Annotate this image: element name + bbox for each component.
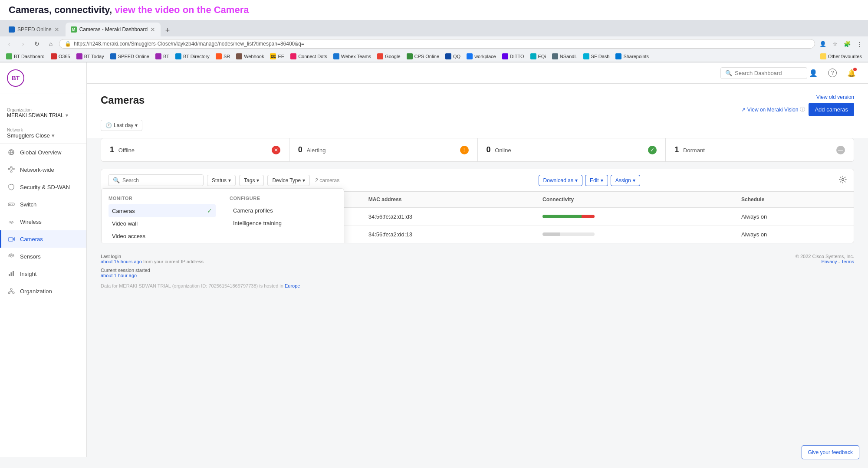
- bookmark-speed[interactable]: SPEED Online: [108, 52, 152, 60]
- status-card-alerting[interactable]: 0 Alerting !: [289, 138, 478, 161]
- last-login-time[interactable]: about 15 hours ago: [101, 259, 142, 264]
- view-old-version-link[interactable]: View old version: [816, 94, 854, 100]
- sidebar-item-switch[interactable]: Switch: [0, 196, 86, 213]
- tab-close-speed[interactable]: ✕: [54, 26, 59, 33]
- table-search-input[interactable]: [122, 177, 199, 183]
- bookmark-other-favourites[interactable]: Other favourites: [818, 52, 865, 60]
- bookmark-eqi[interactable]: EQi: [528, 52, 549, 60]
- sidebar-item-wireless[interactable]: Wireless: [0, 213, 86, 230]
- bookmark-ee[interactable]: EE EE: [267, 52, 287, 60]
- banner-text-1: Cameras, connectivity,: [9, 4, 115, 15]
- last-login-suffix: from your current IP address: [143, 259, 204, 264]
- menu-item-cameras[interactable]: Cameras ✓: [108, 204, 216, 217]
- header-search-input[interactable]: [735, 70, 800, 76]
- footer-main: Last login about 15 hours ago from your …: [101, 254, 854, 278]
- header-schedule[interactable]: Schedule: [734, 192, 854, 208]
- time-filter-button[interactable]: 🕐 Last day ▾: [101, 120, 142, 131]
- bookmark-o365[interactable]: O365: [48, 52, 73, 60]
- sidebar-item-sensors[interactable]: Sensors: [0, 248, 86, 265]
- header-search-box[interactable]: 🔍: [720, 67, 807, 79]
- menu-item-camera-profiles[interactable]: Camera profiles: [230, 204, 337, 217]
- bookmark-sharepoints[interactable]: Sharepoints: [613, 52, 651, 60]
- menu-item-video-access[interactable]: Video access: [108, 230, 216, 242]
- give-feedback-button[interactable]: Give your feedback: [802, 445, 859, 457]
- settings-icon-button[interactable]: [839, 176, 847, 185]
- bookmark-bt-today[interactable]: BT Today: [74, 52, 107, 60]
- bookmark-bt[interactable]: BT: [153, 52, 172, 60]
- filter-tags-button[interactable]: Tags ▾: [239, 175, 264, 186]
- filter-status-button[interactable]: Status ▾: [207, 175, 236, 186]
- nav-forward-button[interactable]: ›: [17, 38, 29, 49]
- nav-refresh-button[interactable]: ↻: [31, 38, 43, 49]
- menu-item-intelligence-training[interactable]: Intelligence training: [230, 217, 337, 229]
- row1-schedule: Always on: [734, 208, 854, 226]
- bookmark-bt-dir[interactable]: BT Directory: [173, 52, 212, 60]
- sidebar-label-global-overview: Global Overview: [20, 149, 61, 156]
- notifications-icon-button[interactable]: 🔔: [845, 67, 858, 79]
- bookmark-sr[interactable]: SR: [213, 52, 233, 60]
- sidebar-item-organization[interactable]: Organization: [0, 282, 86, 300]
- extensions-btn[interactable]: 🧩: [842, 39, 852, 49]
- status-card-alerting-content: 0 Alerting: [298, 145, 326, 154]
- edit-chevron-icon: ▾: [601, 177, 603, 183]
- bookmark-workplace[interactable]: workplace: [464, 52, 499, 60]
- download-as-button[interactable]: Download as ▾: [539, 175, 582, 186]
- bookmark-connect[interactable]: Connect Dots: [288, 52, 330, 60]
- menu-btn[interactable]: ⋮: [854, 39, 865, 49]
- session-time[interactable]: about 1 hour ago: [101, 273, 137, 278]
- global-overview-icon: [7, 148, 16, 157]
- terms-link[interactable]: Terms: [841, 259, 854, 264]
- sidebar-label-sensors: Sensors: [20, 253, 41, 260]
- tab-close-meraki[interactable]: ✕: [150, 26, 155, 33]
- bookmark-sf-dash[interactable]: SF Dash: [581, 52, 612, 60]
- view-meraki-vision-link[interactable]: ↗ View on Meraki Vision ⓘ: [741, 106, 806, 113]
- profile-btn[interactable]: 👤: [818, 39, 828, 49]
- bookmark-bt-dashboard[interactable]: BT Dashboard: [3, 52, 47, 60]
- bookmark-webex[interactable]: Webex Teams: [331, 52, 374, 60]
- nav-back-button[interactable]: ‹: [3, 38, 15, 49]
- bookmark-btn[interactable]: ☆: [830, 39, 840, 49]
- status-card-online[interactable]: 0 Online ✓: [478, 138, 666, 161]
- status-card-offline[interactable]: 1 Offline ✕: [101, 138, 289, 161]
- assign-button[interactable]: Assign ▾: [611, 175, 640, 186]
- bookmark-ditto[interactable]: DITTO: [500, 52, 527, 60]
- menu-cameras-label: Cameras: [112, 208, 135, 214]
- tab-add-button[interactable]: +: [161, 24, 174, 36]
- bookmark-nsandl[interactable]: NSandL: [549, 52, 580, 60]
- row2-connectivity-bar: [542, 232, 595, 236]
- sidebar-header: BT: [0, 62, 86, 94]
- help-icon: ?: [828, 69, 837, 77]
- nav-home-button[interactable]: ⌂: [45, 38, 56, 49]
- filter-device-type-button[interactable]: Device Type ▾: [267, 175, 310, 186]
- header-mac[interactable]: MAC address: [362, 192, 536, 208]
- online-icon: ✓: [648, 146, 657, 154]
- sidebar-item-global-overview[interactable]: Global Overview: [0, 144, 86, 161]
- help-icon-button[interactable]: ?: [826, 67, 838, 79]
- browser-tab-speed[interactable]: SPEED Online ✕: [3, 23, 65, 36]
- bookmark-google[interactable]: Google: [375, 52, 403, 60]
- network-name[interactable]: Smugglers Close ▾: [7, 132, 79, 139]
- sidebar-item-insight[interactable]: Insight: [0, 265, 86, 282]
- sidebar-item-security-sdwan[interactable]: Security & SD-WAN: [0, 178, 86, 196]
- bookmark-webhook[interactable]: Webhook: [233, 52, 266, 60]
- action-buttons: Download as ▾ Edit ▾ Assign ▾: [539, 175, 640, 186]
- menu-item-video-wall[interactable]: Video wall: [108, 217, 216, 230]
- address-bar[interactable]: 🔒 https://n248.meraki.com/Smugglers-Clos…: [59, 39, 815, 49]
- bookmark-qq[interactable]: QQ: [443, 52, 463, 60]
- bookmark-icon-speed: [110, 53, 116, 59]
- header-connectivity[interactable]: Connectivity: [536, 192, 734, 208]
- page-title: Cameras: [101, 94, 145, 106]
- add-cameras-button[interactable]: Add cameras: [809, 103, 854, 116]
- privacy-link[interactable]: Privacy: [821, 259, 837, 264]
- edit-button[interactable]: Edit ▾: [585, 175, 608, 186]
- table-search-box[interactable]: 🔍: [108, 174, 204, 186]
- menu-item-exports[interactable]: Exports: [108, 242, 216, 243]
- sidebar-item-network-wide[interactable]: Network-wide: [0, 161, 86, 178]
- status-card-dormant[interactable]: 1 Dormant —: [666, 138, 854, 161]
- bookmark-cps[interactable]: CPS Online: [404, 52, 442, 60]
- profile-icon-button[interactable]: 👤: [807, 67, 819, 79]
- sidebar-item-cameras[interactable]: Cameras: [0, 230, 86, 248]
- data-region-link[interactable]: Europe: [285, 283, 300, 288]
- org-name[interactable]: MERAKI SDWAN TRIAL ▾: [7, 112, 79, 118]
- browser-tab-meraki[interactable]: M Cameras - Meraki Dashboard ✕: [66, 23, 161, 36]
